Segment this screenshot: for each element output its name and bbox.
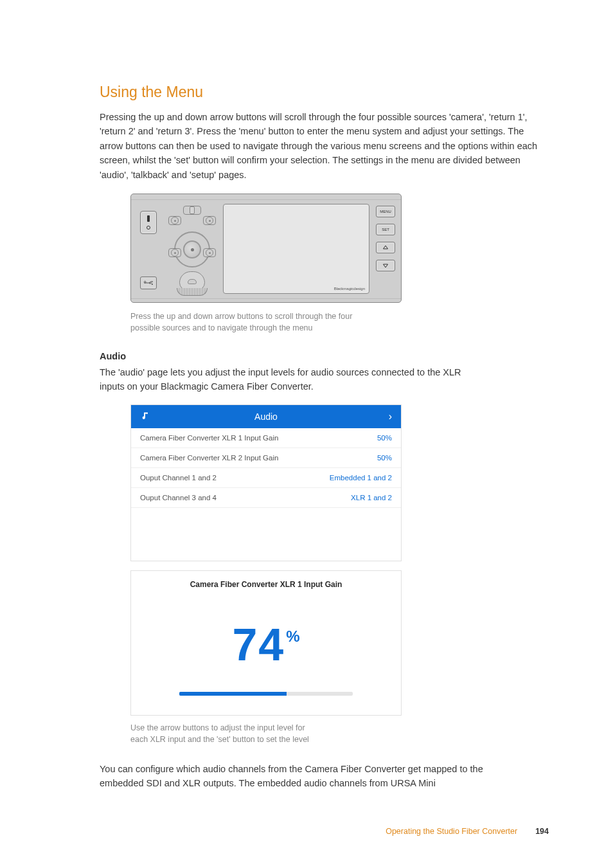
device-figure: Blackmagicdesign MENU SET Press the up a… [100,194,549,334]
menu-row: Ouput Channel 1 and 2 Embedded 1 and 2 [131,468,401,488]
dial-icon [168,248,181,257]
menu-row-value: 50% [377,434,392,442]
music-note-icon [140,410,150,422]
intro-paragraph: Pressing the up and down arrow buttons w… [100,110,549,182]
menu-row-label: Ouput Channel 1 and 2 [140,474,217,482]
document-page: Using the Menu Pressing the up and down … [0,0,613,868]
power-button [140,211,157,234]
usb-icon [140,276,157,289]
triangle-down-icon [382,262,389,269]
page-footer: Operating the Studio Fiber Converter 194 [0,827,613,836]
menu-title: Audio [254,411,278,422]
caption-line: possible sources and to navigate through… [130,323,313,332]
down-button [376,260,395,271]
menu-row: Camera Fiber Converter XLR 1 Input Gain … [131,428,401,448]
menu-row-label: Camera Fiber Converter XLR 2 Input Gain [140,454,278,462]
dial-icon [168,216,181,225]
gain-number: 74 [232,622,285,667]
dial-icon [203,216,216,225]
menu-row-value: Embedded 1 and 2 [330,474,392,482]
gain-title: Camera Fiber Converter XLR 1 Input Gain [131,571,401,594]
menu-button: MENU [376,206,395,217]
percent-symbol: % [286,628,299,645]
footer-page-number: 194 [535,827,549,836]
svg-point-0 [152,282,153,283]
gain-progress-bar [179,692,353,696]
up-button [376,242,395,253]
gain-adjust-card: Camera Fiber Converter XLR 1 Input Gain … [130,570,402,716]
brand-signature: Blackmagicdesign [334,287,365,291]
menu-row-value: XLR 1 and 2 [351,494,392,502]
top-toggle-icon [183,206,201,215]
set-button: SET [376,224,395,235]
menu-rows: Camera Fiber Converter XLR 1 Input Gain … [131,428,401,561]
menu-header: Audio › [131,405,401,428]
audio-subheading: Audio [100,351,549,361]
menu-row-label: Ouput Channel 3 and 4 [140,494,217,502]
knob-cluster [166,202,218,297]
footer-section: Operating the Studio Fiber Converter [386,827,517,836]
device-screen: Blackmagicdesign [223,204,369,294]
menu-row-label: Camera Fiber Converter XLR 1 Input Gain [140,434,278,442]
caption-line: Press the up and down arrow buttons to s… [130,312,352,321]
figure-caption: Use the arrow buttons to adjust the inpu… [130,722,362,745]
big-knob-icon [177,270,208,296]
gain-progress-fill [179,692,287,696]
caption-line: Use the arrow buttons to adjust the inpu… [130,723,305,732]
menu-row: Camera Fiber Converter XLR 2 Input Gain … [131,448,401,468]
device-illustration: Blackmagicdesign MENU SET [130,194,402,303]
gain-value-display: 74% [131,594,401,692]
closing-paragraph: You can configure which audio channels f… [100,762,488,791]
page-heading: Using the Menu [100,84,549,101]
chevron-right-icon: › [389,411,392,422]
triangle-up-icon [382,244,389,251]
audio-paragraph: The 'audio' page lets you adjust the inp… [100,365,485,394]
caption-line: each XLR input and the 'set' button to s… [130,735,309,744]
audio-menu-card: Audio › Camera Fiber Converter XLR 1 Inp… [130,404,402,561]
menu-row: Ouput Channel 3 and 4 XLR 1 and 2 [131,488,401,508]
svg-rect-1 [152,284,153,285]
figure-caption: Press the up and down arrow buttons to s… [130,311,375,334]
menu-row-value: 50% [377,454,392,462]
dial-icon [203,248,216,257]
